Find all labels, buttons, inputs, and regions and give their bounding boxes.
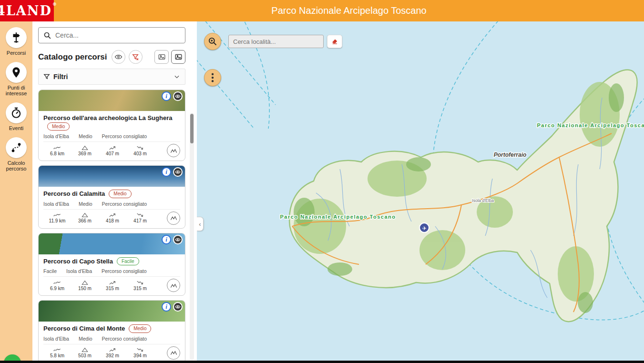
park-name-label: Parco Nazionale Arcipelago Toscano	[537, 122, 644, 128]
map-search-toggle-button[interactable]	[204, 33, 221, 50]
map-pin-icon	[6, 62, 27, 83]
route-stats: 5.8 km 503 m 392 m 394 m	[43, 344, 180, 360]
route-title: Percorso dell'area archeologica La Sughe…	[43, 114, 172, 121]
route-photo: i	[39, 166, 185, 187]
brand-logo-text: 4LAND	[0, 0, 52, 21]
stat-distance: 5.8 km	[43, 347, 71, 358]
clear-search-button[interactable]	[327, 35, 342, 48]
route-tag: Percorso consigliato	[102, 201, 147, 207]
nav-label: Eventi	[9, 125, 24, 131]
route-photo: i	[39, 233, 185, 254]
airport-marker[interactable]: ✈	[419, 223, 429, 232]
elevation-profile-button[interactable]	[167, 212, 180, 225]
locality-search-input[interactable]	[228, 35, 324, 48]
map-options-button[interactable]	[204, 69, 221, 86]
image-view-toggle-group	[154, 50, 185, 64]
route-tag: Isola d'Elba	[43, 201, 69, 207]
stat-elevation: 503 m	[71, 347, 99, 358]
nav-label: Calcolo percorso	[1, 160, 31, 172]
route-tag: Percorso consigliato	[102, 268, 147, 274]
route-tag: Medio	[79, 133, 92, 139]
panel-scrollbar-thumb[interactable]	[190, 114, 194, 143]
route-tag: Medio	[79, 336, 92, 342]
clear-filters-button[interactable]	[129, 50, 143, 64]
route-card[interactable]: i Percorso di Cima del MonteMedio Isola …	[38, 300, 185, 363]
difficulty-badge: Facile	[117, 257, 139, 266]
eraser-icon	[331, 38, 338, 45]
route-tags: Isola d'Elba Medio Percorso consigliato	[43, 336, 180, 342]
eye-icon[interactable]	[173, 302, 183, 312]
catalog-search-input[interactable]	[55, 31, 180, 39]
route-stats: 11.9 km 366 m 418 m 417 m	[43, 209, 180, 225]
panel-collapse-toggle[interactable]: ‹	[197, 217, 204, 231]
eye-icon[interactable]	[173, 235, 183, 244]
elevation-profile-button[interactable]	[167, 346, 180, 360]
route-title-row: Percorso di Capo StellaFacile	[43, 257, 180, 266]
route-card-list: i Percorso dell'area archeologica La Sug…	[38, 90, 185, 363]
route-tag: Percorso consigliato	[102, 336, 147, 342]
stat-descent: 403 m	[126, 145, 154, 156]
image-view-small-button[interactable]	[154, 50, 169, 64]
nav-item-percorsi[interactable]: Percorsi	[6, 27, 27, 56]
stat-distance: 6.8 km	[43, 145, 71, 156]
eye-icon[interactable]	[173, 167, 183, 177]
route-title-row: Percorso dell'area archeologica La Sughe…	[43, 114, 180, 131]
stat-distance: 11.9 km	[43, 212, 71, 223]
stat-ascent: 315 m	[99, 280, 126, 291]
catalog-toolbar: Catalogo percorsi	[38, 50, 185, 64]
map-canvas[interactable]: Parco Nazionale Arcipelago Toscano Parco…	[197, 21, 644, 363]
stat-distance: 6.9 km	[43, 280, 71, 291]
image-view-large-button[interactable]	[171, 50, 185, 64]
left-nav-rail: Percorsi Punti di interesse Eventi Calco…	[0, 21, 32, 363]
map-area: Parco Nazionale Arcipelago Toscano Parco…	[197, 21, 644, 363]
route-tag: Facile	[43, 268, 57, 274]
route-stats: 6.9 km 150 m 315 m 315 m	[43, 276, 180, 292]
nav-item-calcolo-percorso[interactable]: Calcolo percorso	[1, 137, 31, 172]
window-bottom-edge	[0, 361, 644, 363]
info-icon[interactable]: i	[162, 91, 171, 101]
route-title-row: Percorso di Cima del MonteMedio	[43, 324, 180, 333]
route-card[interactable]: i Percorso di CalamitaMedio Isola d'Elba…	[38, 165, 185, 229]
magnifier-plus-icon	[208, 37, 217, 46]
route-tags: Isola d'Elba Medio Percorso consigliato	[43, 201, 180, 207]
nav-item-punti-di-interesse[interactable]: Punti di interesse	[1, 62, 31, 97]
eye-icon[interactable]	[173, 91, 183, 101]
nav-label: Percorsi	[7, 50, 26, 56]
elevation-profile-button[interactable]	[167, 279, 180, 292]
stat-ascent: 392 m	[99, 347, 126, 358]
route-icon	[6, 137, 27, 158]
app-window: 4LAND® Parco Nazionale Arcipelago Toscan…	[0, 0, 644, 363]
map-locality-search	[228, 35, 342, 48]
difficulty-badge: Medio	[129, 324, 151, 333]
catalog-search	[38, 27, 185, 43]
chevron-down-icon	[174, 73, 180, 80]
catalog-title: Catalogo percorsi	[38, 52, 107, 62]
elevation-profile-button[interactable]	[167, 144, 180, 157]
route-card[interactable]: i Percorso di Capo StellaFacile Facile I…	[38, 233, 185, 296]
brand-logo[interactable]: 4LAND®	[0, 0, 54, 21]
route-tag: Isola d'Elba	[43, 133, 69, 139]
route-card[interactable]: i Percorso dell'area archeologica La Sug…	[38, 90, 185, 161]
signpost-icon	[6, 27, 27, 48]
route-tag: Percorso consigliato	[102, 133, 147, 139]
stat-elevation: 369 m	[71, 145, 99, 156]
kebab-menu-icon	[211, 73, 214, 82]
stat-descent: 417 m	[126, 212, 154, 223]
svg-text:✈: ✈	[422, 225, 426, 231]
stat-elevation: 366 m	[71, 212, 99, 223]
route-title: Percorso di Cima del Monte	[43, 325, 125, 332]
filters-accordion[interactable]: Filtri	[38, 69, 185, 85]
show-all-routes-button[interactable]	[112, 50, 125, 64]
route-photo: i	[39, 301, 185, 322]
route-tag: Isola d'Elba	[43, 336, 69, 342]
info-icon[interactable]: i	[162, 167, 171, 177]
panel-scrollbar[interactable]	[190, 113, 194, 360]
info-icon[interactable]: i	[162, 235, 171, 244]
stat-elevation: 150 m	[71, 280, 99, 291]
nav-item-eventi[interactable]: Eventi	[6, 102, 27, 131]
route-tag: Isola d'Elba	[66, 268, 92, 274]
route-title: Percorso di Calamita	[43, 190, 105, 197]
info-icon[interactable]: i	[162, 302, 171, 312]
catalog-panel: Catalogo percorsi	[32, 21, 197, 363]
route-tag: Medio	[79, 201, 92, 207]
